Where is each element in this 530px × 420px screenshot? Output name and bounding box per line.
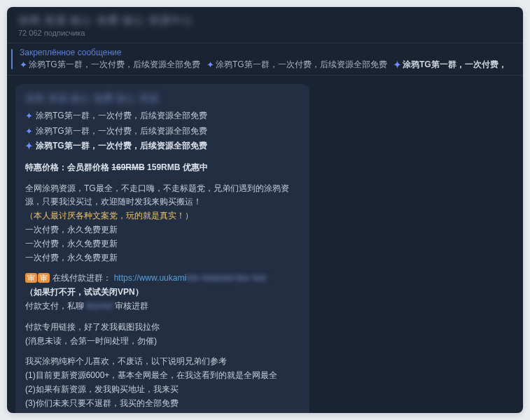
pinned-label: Закреплённое сообщение	[20, 48, 515, 57]
message-bubble[interactable]: 涂鸦 资源 核心 免费 核心 资源 ✦涂鸦TG第一群，一次付费，后续资源全部免费…	[15, 84, 309, 413]
star-icon: ✦	[207, 59, 214, 70]
star-icon: ✦	[25, 108, 33, 123]
star-icon: ✦	[25, 124, 33, 139]
star-icon: ✦	[393, 59, 401, 70]
pay-contact: 付款支付，私聊 blurred 审核进群	[25, 300, 300, 314]
emphasis-note: （本人最讨厌各种文案党，玩的就是真实！）	[25, 209, 300, 223]
promo-line: ✦涂鸦TG第一群，一次付费，后续资源全部免费	[25, 108, 300, 123]
pinned-text: 涂鸦TG第一群，一次付费，后续资源全部免费	[29, 59, 200, 69]
star-icon: ✦	[20, 59, 27, 70]
pinned-message[interactable]: Закреплённое сообщение ✦涂鸦TG第一群，一次付费，后续资…	[7, 43, 523, 76]
new-price: 159RMB 优惠中	[147, 162, 208, 172]
telegram-app: 涂鸦 资源 核心 免费 核心 资源中心 72 062 подписчика За…	[7, 7, 523, 413]
repeat-line: 一次付费，永久免费更新	[25, 223, 300, 237]
channel-header[interactable]: 涂鸦 资源 核心 免费 核心 资源中心 72 062 подписчика	[7, 7, 523, 43]
repeat-line: 一次付费，永久免费更新	[25, 251, 300, 265]
pinned-content: ✦涂鸦TG第一群，一次付费，后续资源全部免费 ✦涂鸦TG第一群，一次付费，后续资…	[20, 59, 515, 71]
unread-note: (消息未读，会第一时间处理，勿催)	[25, 335, 300, 349]
description: 全网涂鸦资源，TG最全，不走口嗨，不走标题党，兄弟们遇到的涂鸦资源，只要我没买过…	[25, 182, 300, 210]
point: (2)如果有新资源，发我购买地址，我来买	[25, 383, 300, 397]
old-price: 169RMB	[111, 162, 144, 172]
vpn-note: （如果打不开，试试关闭VPN）	[25, 286, 300, 300]
promo-line: ✦涂鸦TG第一群，一次付费，后续资源全部免费	[25, 124, 300, 139]
buy-intro: 我买涂鸦纯粹个儿喜欢，不废话，以下说明兄弟们参考	[25, 355, 300, 369]
badge-icon: 审	[38, 273, 50, 283]
message-list: 涂鸦 资源 核心 免费 核心 资源 ✦涂鸦TG第一群，一次付费，后续资源全部免费…	[7, 76, 523, 413]
repeat-line: 一次付费，永久免费更新	[25, 237, 300, 251]
pinned-text: 涂鸦TG第一群，一次付费，	[403, 59, 507, 69]
dedicated-link-note: 付款专用链接，好了发我截图我拉你	[25, 321, 300, 335]
point: (1)目前更新资源6000+，基本全网最全，在我这看到的就是全网最全	[25, 369, 300, 383]
badge-icon: 审	[25, 273, 37, 283]
promo-line: ✦涂鸦TG第一群，一次付费，后续资源全部免费	[25, 139, 300, 153]
point: (3)你们未来只要不退群，我买的全部免费	[25, 397, 300, 411]
payment-line: 审审 在线付款进群： https://www.uukamilink redact…	[25, 272, 300, 286]
point: (4)不要催，不口嗨，跟我一起搭顺风车就行	[25, 411, 300, 414]
payment-link[interactable]: https://www.uukami	[114, 273, 186, 283]
pinned-text: 涂鸦TG第一群，一次付费，后续资源全部免费	[216, 59, 387, 69]
star-icon: ✦	[25, 139, 33, 153]
channel-title: 涂鸦 资源 核心 免费 核心 资源中心	[18, 14, 512, 27]
subscriber-count: 72 062 подписчика	[18, 29, 512, 37]
price-line: 特惠价格：会员群价格 169RMB 159RMB 优惠中	[25, 161, 300, 175]
message-sender: 涂鸦 资源 核心 免费 核心 资源	[25, 91, 300, 106]
